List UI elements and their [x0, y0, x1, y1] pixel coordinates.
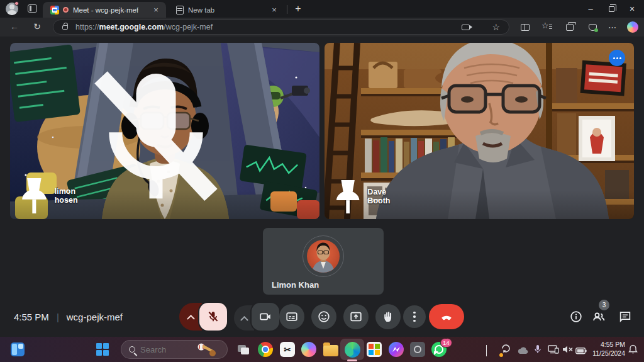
browser-toolbar: ← ↻ https://meet.google.com/wcg-pejk-mef…: [0, 18, 644, 37]
split-screen-button[interactable]: [518, 20, 532, 34]
hand-icon: [382, 310, 395, 324]
meeting-details-button[interactable]: [569, 309, 584, 324]
taskbar-capcut[interactable]: ✂: [279, 341, 296, 358]
captions-icon: [285, 310, 299, 324]
self-name: Limon Khan: [272, 280, 319, 290]
task-view-button[interactable]: [235, 341, 252, 358]
more-vert-icon: [413, 312, 416, 322]
back-icon[interactable]: ←: [8, 20, 21, 34]
raise-hand-button[interactable]: [375, 304, 401, 329]
bookmark-star-icon[interactable]: ☆: [492, 22, 500, 32]
taskbar-chrome[interactable]: [257, 341, 274, 358]
window-minimize-button[interactable]: –: [580, 0, 601, 18]
refresh-icon[interactable]: ↻: [30, 20, 44, 34]
sync-alert-dot: [499, 353, 503, 357]
chevron-up-icon: [486, 345, 487, 356]
address-bar[interactable]: https://meet.google.com/wcg-pejk-mef ☆: [53, 20, 509, 35]
settings-more-button[interactable]: ⋯: [606, 20, 619, 34]
tab-meet[interactable]: Meet - wcg-pejk-mef ×: [43, 2, 166, 18]
camera-button[interactable]: [252, 303, 279, 331]
avatar: [307, 240, 340, 273]
new-tab-button[interactable]: +: [292, 3, 304, 15]
favorites-button[interactable]: [540, 20, 554, 34]
search-daily-graphic-baseball-icon: [196, 341, 217, 358]
profile-notification-dot: [14, 1, 19, 6]
browser-essentials-icon: [589, 24, 597, 31]
tray-notifications-bell[interactable]: [628, 344, 638, 357]
meeting-info: 4:55 PM | wcg-pejk-mef: [14, 312, 123, 322]
participant-muted-icon: [10, 52, 311, 219]
tray-date-text: 11/25/2024: [584, 349, 625, 358]
tab-new-tab[interactable]: New tab ×: [169, 2, 284, 18]
tray-mic-icon[interactable]: [533, 344, 542, 357]
url-path: /wcg-pejk-mef: [164, 23, 213, 31]
pin-icon: [333, 180, 362, 213]
close-tab-icon[interactable]: ×: [151, 5, 161, 15]
taskbar-messenger[interactable]: [388, 341, 404, 358]
edge-active-indicator: [347, 359, 357, 361]
present-screen-button[interactable]: [343, 304, 369, 329]
participant-label: Dave Booth: [333, 180, 390, 213]
restore-icon: [609, 6, 614, 12]
taskbar-file-explorer[interactable]: [323, 341, 339, 358]
mic-off-icon: [206, 310, 220, 324]
mic-muted-button[interactable]: [199, 303, 227, 331]
people-count-badge: 3: [599, 300, 609, 310]
emoji-icon: [317, 310, 331, 324]
close-tab-icon[interactable]: ×: [269, 5, 279, 15]
self-tile-limon-khan[interactable]: Limon Khan: [263, 228, 384, 295]
window-close-button[interactable]: ×: [622, 0, 642, 18]
url-text: https://meet.google.com/wcg-pejk-mef: [75, 23, 213, 31]
camera-app-icon: [410, 342, 425, 357]
tab-camera-indicator-icon[interactable]: [462, 25, 470, 30]
participant-tile-dave-booth[interactable]: Dave Booth: [325, 43, 634, 219]
taskbar-store[interactable]: [366, 341, 382, 358]
tray-cast-display-icon[interactable]: [548, 345, 559, 356]
split-screen-icon: [521, 24, 530, 31]
present-icon: [349, 310, 363, 324]
tab-title: Meet - wcg-pejk-mef: [73, 6, 138, 14]
copilot-icon: [301, 342, 316, 357]
reactions-button[interactable]: [311, 304, 336, 329]
window-restore-button[interactable]: [601, 0, 621, 18]
tray-clock[interactable]: 4:55 PM 11/25/2024: [584, 341, 625, 358]
mic-options-button[interactable]: [179, 303, 202, 331]
browser-essentials-button[interactable]: [586, 20, 599, 34]
meeting-code: wcg-pejk-mef: [67, 312, 123, 322]
tile-more-options-button[interactable]: [609, 50, 625, 66]
camera-in-use-icon: [63, 7, 69, 13]
secure-lock-icon[interactable]: [62, 25, 68, 30]
chevron-up-icon: [187, 314, 195, 322]
tray-onedrive-icon[interactable]: [517, 346, 528, 357]
taskbar-camera[interactable]: [409, 341, 426, 358]
taskbar-edge[interactable]: [344, 341, 360, 358]
more-dots-icon: [613, 57, 615, 59]
tray-hidden-icons-button[interactable]: [486, 346, 487, 357]
taskbar-search[interactable]: [121, 340, 228, 359]
participant-name: Dave Booth: [367, 188, 390, 205]
search-icon: [129, 346, 135, 353]
chrome-icon: [258, 342, 273, 357]
avatar-ring: [303, 235, 344, 277]
taskbar-copilot[interactable]: [301, 341, 317, 358]
participant-tile-limon-hosen[interactable]: limon hosen: [10, 43, 319, 219]
tray-volume-muted-icon[interactable]: [562, 345, 574, 356]
tab-title: New tab: [188, 6, 214, 14]
leave-call-button[interactable]: [429, 304, 464, 329]
tray-sync-icon[interactable]: [501, 343, 511, 356]
meeting-clock: 4:55 PM: [14, 312, 49, 322]
tab-actions-icon[interactable]: [28, 4, 37, 13]
more-options-button[interactable]: [403, 305, 426, 328]
chat-panel-button[interactable]: [618, 309, 633, 324]
microsoft-store-icon: [367, 342, 382, 357]
people-panel-button[interactable]: [591, 309, 606, 324]
widgets-button[interactable]: [9, 341, 26, 358]
copilot-button[interactable]: [626, 20, 640, 34]
captions-button[interactable]: [279, 304, 304, 329]
widgets-icon: [11, 342, 25, 356]
start-button[interactable]: [94, 341, 111, 358]
collections-button[interactable]: [563, 20, 577, 34]
search-input[interactable]: [140, 345, 194, 354]
chevron-up-icon: [240, 315, 248, 324]
info-icon: [569, 310, 583, 324]
